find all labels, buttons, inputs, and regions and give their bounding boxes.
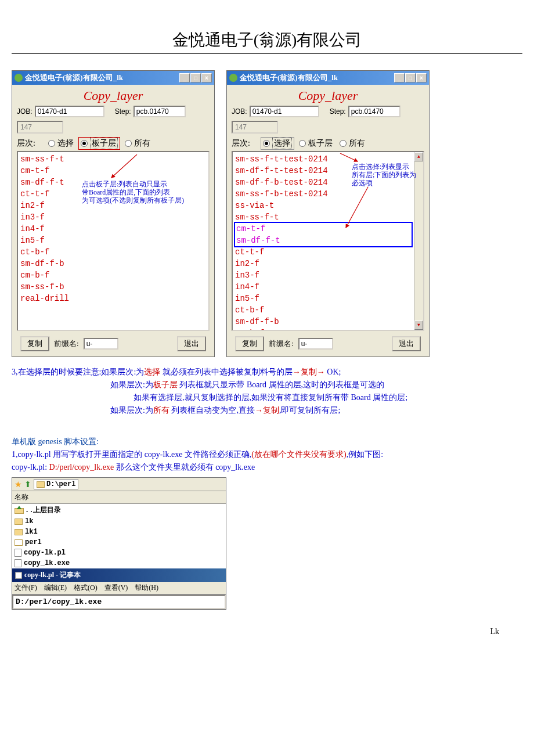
radio-all[interactable]: 所有 bbox=[122, 138, 153, 149]
radio-all[interactable]: 所有 bbox=[337, 138, 367, 149]
file-row[interactable]: copy-lk.pl bbox=[12, 548, 226, 558]
scroll-down-button[interactable]: ▼ bbox=[414, 321, 423, 330]
exit-button[interactable]: 退出 bbox=[177, 336, 206, 351]
file-row[interactable]: perl bbox=[12, 537, 226, 548]
num-display: 147 bbox=[232, 121, 278, 134]
job-label: JOB: bbox=[17, 107, 33, 116]
file-icon bbox=[15, 549, 21, 557]
maximize-button[interactable]: □ bbox=[405, 73, 416, 82]
annotation-right: 点击选择:列表显示 所有层;下面的列表为 必选项 bbox=[352, 163, 416, 187]
titlebar-right: 金悦通电子(翁源)有限公司_lk _ □ × bbox=[227, 71, 429, 85]
list-item[interactable]: in2-f bbox=[234, 258, 413, 269]
path-display[interactable]: D:\perl bbox=[34, 479, 78, 489]
list-item[interactable]: ss-via-t bbox=[234, 200, 413, 211]
folder-icon bbox=[15, 539, 23, 546]
window-title-text: 金悦通电子(翁源)有限公司_lk bbox=[25, 73, 123, 83]
level-label: 层次: bbox=[17, 138, 35, 149]
copy-layer-heading: Copy_layer bbox=[17, 88, 210, 103]
maximize-button[interactable]: □ bbox=[190, 73, 201, 82]
radio-row-right: 层次: 选择 板子层 所有 bbox=[232, 137, 424, 150]
list-item-selected[interactable]: cm-t-f bbox=[235, 223, 412, 235]
list-item[interactable]: cm-b-f bbox=[234, 327, 413, 331]
menu-help[interactable]: 帮助(H) bbox=[135, 583, 158, 593]
folder-icon bbox=[15, 529, 23, 535]
list-item[interactable]: sm-ss-f-b bbox=[19, 281, 207, 293]
list-item[interactable]: in5-f bbox=[19, 235, 207, 246]
list-item[interactable]: in4-f bbox=[234, 281, 413, 293]
window-controls: _ □ × bbox=[179, 73, 212, 82]
file-row[interactable]: copy_lk.exe bbox=[12, 558, 226, 568]
level-label: 层次: bbox=[232, 138, 250, 149]
radio-select[interactable]: 选择 bbox=[261, 137, 294, 150]
section-heading: 单机版 genesis 脚本设置: bbox=[12, 435, 522, 448]
step-label: Step: bbox=[330, 107, 346, 116]
radio-select[interactable]: 选择 bbox=[46, 138, 76, 149]
up-folder-icon[interactable]: ⬆ bbox=[24, 480, 31, 489]
row-parent[interactable]: ..上层目录 bbox=[12, 504, 226, 516]
list-item[interactable]: sm-ss-f-t bbox=[19, 153, 207, 165]
list-item[interactable]: real-drill bbox=[19, 293, 207, 304]
window-title-text: 金悦通电子(翁源)有限公司_lk bbox=[240, 73, 338, 83]
notepad-titlebar: copy-lk.pl - 记事本 bbox=[12, 568, 226, 582]
list-item[interactable]: in4-f bbox=[19, 223, 207, 235]
file-row[interactable]: lk bbox=[12, 516, 226, 527]
list-item[interactable]: sm-df-f-b bbox=[19, 258, 207, 269]
prefix-input[interactable] bbox=[84, 338, 118, 350]
list-item[interactable]: ct-b-f bbox=[234, 304, 413, 316]
menu-format[interactable]: 格式(O) bbox=[74, 583, 98, 593]
list-item[interactable]: sm-df-f-b bbox=[234, 316, 413, 327]
job-input[interactable] bbox=[35, 106, 104, 117]
list-item[interactable]: cm-t-f bbox=[19, 165, 207, 177]
list-item[interactable]: in3-f bbox=[234, 269, 413, 281]
prefix-label: 前缀名: bbox=[54, 339, 79, 349]
menu-view[interactable]: 查看(V) bbox=[104, 583, 128, 593]
radio-board[interactable]: 板子层 bbox=[297, 138, 335, 149]
listbox-right[interactable]: sm-ss-f-t-test-0214 sm-df-f-t-test-0214 … bbox=[232, 151, 424, 331]
list-item-selected[interactable]: sm-df-f-t bbox=[235, 235, 412, 246]
app-icon bbox=[229, 74, 237, 82]
folder-icon bbox=[15, 519, 23, 525]
close-button[interactable]: × bbox=[201, 73, 212, 82]
job-input[interactable] bbox=[250, 106, 319, 117]
file-row[interactable]: lk1 bbox=[12, 527, 226, 537]
scroll-up-button[interactable]: ▲ bbox=[414, 152, 423, 161]
copy-button[interactable]: 复制 bbox=[20, 336, 49, 351]
copy-button[interactable]: 复制 bbox=[235, 336, 264, 351]
window-controls: _ □ × bbox=[394, 73, 427, 82]
num-display: 147 bbox=[17, 121, 63, 134]
notes-section: 3,在选择层的时候要注意:如果层次:为选择 就必须在列表中选择被复制料号的层→复… bbox=[12, 366, 522, 417]
window-right: 金悦通电子(翁源)有限公司_lk _ □ × Copy_layer JOB: S… bbox=[226, 70, 430, 357]
file-list: ..上层目录 lk lk1 perl copy-lk.pl copy_lk.ex… bbox=[12, 504, 226, 568]
notepad-icon bbox=[15, 572, 22, 579]
selection-box: cm-t-f sm-df-f-t bbox=[234, 222, 413, 247]
minimize-button[interactable]: _ bbox=[179, 73, 190, 82]
annotation-left: 点击板子层:列表自动只显示 带Board属性的层,下面的列表 为可选项(不选则复… bbox=[82, 180, 184, 204]
titlebar-left: 金悦通电子(翁源)有限公司_lk _ □ × bbox=[12, 71, 214, 85]
close-button[interactable]: × bbox=[416, 73, 427, 82]
list-item[interactable]: sm-ss-f-t bbox=[234, 211, 413, 223]
list-item[interactable]: in3-f bbox=[19, 211, 207, 223]
step-input[interactable] bbox=[134, 106, 186, 117]
step-input[interactable] bbox=[348, 106, 400, 117]
menu-edit[interactable]: 编辑(E) bbox=[44, 583, 67, 593]
job-label: JOB: bbox=[232, 107, 247, 116]
list-item[interactable]: cm-b-f bbox=[19, 269, 207, 281]
menu-file[interactable]: 文件(F) bbox=[15, 583, 37, 593]
exit-button[interactable]: 退出 bbox=[392, 336, 421, 351]
prefix-label: 前缀名: bbox=[269, 339, 294, 349]
list-item[interactable]: sm-ss-f-b-test-0214 bbox=[234, 188, 413, 200]
favorites-icon[interactable]: ★ bbox=[15, 480, 22, 489]
file-icon bbox=[15, 559, 21, 567]
list-item[interactable]: in5-f bbox=[234, 293, 413, 304]
radio-board[interactable]: 板子层 bbox=[78, 137, 120, 150]
footer-signature: Lk bbox=[12, 627, 522, 636]
prefix-input[interactable] bbox=[298, 338, 333, 350]
list-item[interactable]: ct-t-f bbox=[234, 246, 413, 258]
list-item[interactable]: ct-b-f bbox=[19, 246, 207, 258]
listbox-left[interactable]: sm-ss-f-t cm-t-f sm-df-f-t ct-t-f in2-f … bbox=[17, 151, 210, 331]
file-explorer: ★ ⬆ D:\perl 名称 ..上层目录 lk lk1 perl copy-l… bbox=[12, 477, 226, 610]
window-left: 金悦通电子(翁源)有限公司_lk _ □ × Copy_layer JOB: S… bbox=[12, 70, 215, 357]
step-label: Step: bbox=[115, 107, 131, 116]
notepad-text[interactable]: D:/perl/copy_lk.exe bbox=[12, 595, 226, 609]
minimize-button[interactable]: _ bbox=[394, 73, 405, 82]
